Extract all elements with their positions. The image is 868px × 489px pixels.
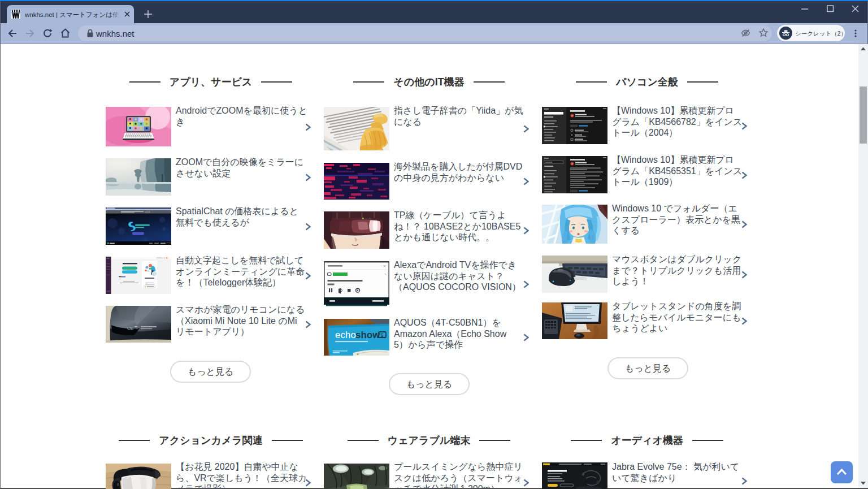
svg-text:5: 5 [381, 332, 384, 338]
svg-text:CE ℸ: CE ℸ [127, 326, 138, 331]
svg-text:show: show [355, 330, 380, 340]
svg-text:echo: echo [335, 330, 356, 340]
